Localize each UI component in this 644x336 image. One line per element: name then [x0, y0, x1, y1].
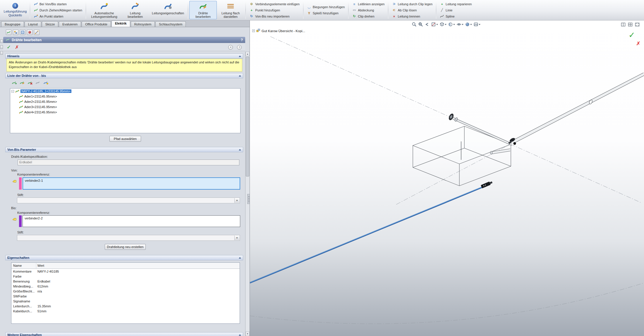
ribbon-button-automatische-leitungserstellung[interactable]: Automatische Leitungserstellung	[87, 1, 121, 19]
bis-reference-field[interactable]: verbinder2-2	[23, 215, 240, 227]
split-panes-icon[interactable]	[621, 22, 626, 27]
tab-baugruppe[interactable]: Baugruppe	[1, 21, 24, 27]
section-header-eigenschaften[interactable]: Eigenschaften	[5, 255, 243, 260]
ribbon-item-an-punkt-starten[interactable]: An Punkt starten	[32, 14, 83, 19]
ribbon-item-leitung-durch-clip-legen[interactable]: ⊃ Leitung durch Clip legen	[391, 1, 434, 6]
pm-tab-appearance-icon[interactable]	[27, 30, 32, 35]
table-row[interactable]: BenennungErdkabel	[11, 279, 240, 284]
pm-tab-configuration-icon[interactable]	[20, 30, 25, 35]
hide-show-icon[interactable]	[456, 22, 463, 27]
section-header-von-bis-parameter[interactable]: Von-Bis-Parameter	[5, 147, 243, 152]
tab-rohrsystem[interactable]: Rohrsystem	[131, 21, 155, 27]
collapse-expander-icon[interactable]: −	[11, 90, 14, 93]
cancel-button[interactable]: ✗	[15, 44, 19, 50]
previous-view-icon[interactable]	[425, 22, 430, 27]
table-row[interactable]: Größe/Blechl...n/a	[11, 289, 240, 294]
split-route-icon: ×	[392, 14, 396, 18]
ribbon-item-leitung-trennen[interactable]: × Leitung trennen	[391, 14, 434, 19]
ribbon-separator	[86, 1, 86, 19]
tree-row-ader4[interactable]: Ader4<231145.95mm>	[10, 110, 240, 115]
table-row[interactable]: Mindestbieg...612mm	[11, 284, 240, 289]
pm-tab-properties-icon[interactable]	[6, 30, 11, 35]
drahtleitung-neu-erstellen-button[interactable]: Drahtleitung neu erstellen	[105, 244, 146, 250]
section-view-icon[interactable]	[431, 22, 438, 27]
von-reference-field[interactable]: verbinder2-1	[23, 177, 240, 190]
spec-field[interactable]: Erdkabel	[18, 160, 239, 165]
von-stift-dropdown[interactable]: ▼	[17, 198, 240, 203]
viewport-feature-tree[interactable]: + Gut Karow Übersicht - Kopi...	[252, 29, 305, 33]
tab-elektrik[interactable]: Elektrik	[111, 20, 130, 27]
ribbon-item-clip-drehen[interactable]: ↻ Clip drehen	[351, 14, 386, 19]
tree-expand-icon[interactable]: +	[252, 30, 255, 32]
ribbon-item-von-bis-neu-importieren[interactable]: ↻ Von-Bis neu importieren	[248, 14, 301, 19]
ribbon-item-ab-clip-loesen[interactable]: ⊂ Ab Clip lösen	[391, 8, 434, 13]
pm-tab-dimxpert-icon[interactable]	[34, 30, 40, 35]
wire-edit-icon[interactable]	[19, 80, 25, 86]
panel-side-tab[interactable]	[0, 39, 3, 43]
scroll-up-icon[interactable]: ▲	[245, 52, 250, 56]
ribbon-item-abdeckung[interactable]: ▭ Abdeckung	[351, 8, 386, 13]
tab-schlauchsystem[interactable]: Schlauchsystem	[155, 21, 186, 27]
ribbon-item-punkt-hinzufuegen[interactable]: + Punkt hinzufügen	[248, 8, 301, 13]
table-row[interactable]: KommentareNAYY-J 4G185	[11, 269, 240, 274]
tree-row-ader2[interactable]: Ader2<231145.95mm>	[10, 99, 240, 104]
panel-side-tab[interactable]	[0, 45, 3, 49]
section-header-weitere-eigenschaften[interactable]: Weitere Eigenschaften	[5, 332, 243, 336]
ribbon-item-verbindungselemente-einfuegen[interactable]: ⊙ Verbindungselemente einfügen	[248, 1, 301, 6]
fullscreen-icon[interactable]	[635, 22, 640, 27]
zoom-fit-icon[interactable]	[412, 22, 417, 27]
confirm-ok-button[interactable]: ✓	[628, 30, 635, 40]
tab-skizze[interactable]: Skizze	[42, 21, 58, 27]
scroll-down-icon[interactable]: ▼	[245, 332, 250, 336]
tree-row-ader3[interactable]: Ader3<231145.95mm>	[10, 104, 240, 110]
ok-button[interactable]: ✓	[7, 44, 11, 50]
appearance-icon[interactable]	[465, 22, 472, 27]
ribbon-button-leitungseigenschaften[interactable]: Leitungseigenschaften	[149, 1, 187, 19]
graphics-viewport[interactable]: + Gut Karow Übersicht - Kopi... ✓ ✗	[250, 20, 644, 336]
tab-layout[interactable]: Layout	[25, 21, 41, 27]
ribbon-item-leitung-reparieren[interactable]: + Leitung reparieren	[439, 1, 473, 6]
viewport-layout-icon[interactable]	[628, 22, 633, 27]
table-row[interactable]: Leiterdurch...15.35mm	[11, 304, 240, 309]
section-header-liste[interactable]: Liste der Drähte von - bis	[5, 73, 243, 78]
ribbon-item-spleiss-hinzufuegen[interactable]: Y Spleiß hinzufügen	[306, 11, 346, 16]
panel-side-tab[interactable]	[0, 51, 3, 55]
section-header-hinweis[interactable]: Hinweis	[5, 53, 243, 59]
table-row[interactable]: Farbe	[11, 274, 240, 279]
ribbon-item-spline[interactable]: Spline	[439, 14, 473, 19]
wire-delete-icon[interactable]	[27, 80, 33, 86]
tab-office-produkte[interactable]: Office Produkte	[82, 21, 111, 27]
tree-row-cable[interactable]: − NAYY-J 4G185_1<231145.95mm>	[10, 89, 240, 94]
pfad-auswaehlen-button[interactable]: Pfad auswählen	[109, 136, 141, 142]
ribbon-item-bei-von-bis-starten[interactable]: Bei Von/Bis starten	[32, 1, 83, 6]
ribbon-item-biegungen-hinzufuegen[interactable]: ◡ Biegungen hinzufügen	[306, 5, 346, 10]
zoom-area-icon[interactable]	[418, 22, 423, 27]
ribbon-button-leitung-bearbeiten[interactable]: Leitung bearbeiten	[121, 1, 149, 19]
scene-icon[interactable]	[473, 22, 480, 27]
bis-stift-dropdown[interactable]: ▼	[17, 235, 240, 241]
help-icon[interactable]: ?	[241, 38, 243, 42]
tab-evaluieren[interactable]: Evaluieren	[59, 21, 81, 27]
help-circle-icon[interactable]: ?	[237, 45, 242, 50]
ribbon-item-leitlinien-anzeigen[interactable]: ≡ Leitlinien anzeigen	[351, 1, 386, 6]
view-orientation-icon[interactable]	[439, 22, 446, 27]
tree-row-ader1[interactable]: Ader1<231145.95mm>	[10, 94, 240, 99]
ribbon-button-draehte-bearbeiten[interactable]: Drähte bearbeiten	[189, 1, 217, 19]
table-row[interactable]: SWFarbe	[11, 294, 240, 299]
ribbon-item-linie[interactable]: ╱ Linie	[439, 8, 473, 13]
scrollbar-thumb[interactable]	[246, 57, 249, 176]
wire-add-icon[interactable]	[11, 80, 17, 86]
wire-route-icon[interactable]	[35, 80, 41, 86]
table-row[interactable]: Kabeldurch...51mm	[11, 309, 240, 314]
pm-tab-featuretree-icon[interactable]	[13, 30, 18, 35]
ribbon-button-leitung-flach-darstellen[interactable]: Leitung flach darstellen	[217, 1, 244, 19]
wire-assign-icon[interactable]	[43, 80, 49, 86]
von-color-swatch	[19, 177, 22, 190]
ribbon-item-durch-ziehen-starten[interactable]: Durch Ziehen/Ablegen starten	[32, 8, 83, 13]
ribbon-item-label: An Punkt starten	[40, 15, 63, 18]
confirm-cancel-button[interactable]: ✗	[636, 40, 640, 47]
table-row[interactable]: Signalname	[11, 299, 240, 304]
ribbon-quickinfo-button[interactable]: i Leitungsführung Quickinfo	[2, 1, 29, 19]
pushpin-icon[interactable]: ⌖	[228, 45, 233, 50]
display-style-icon[interactable]	[448, 22, 455, 27]
